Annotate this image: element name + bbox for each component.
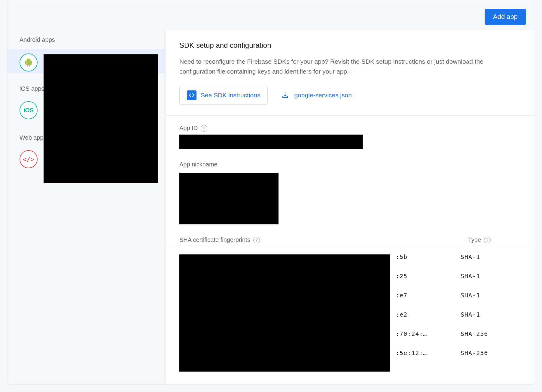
redacted-nickname-value [179,173,279,224]
redacted-sha-values [179,254,390,372]
sha-type-label: Type ? [468,236,491,243]
android-icon [24,58,33,67]
settings-card: Add app Android apps iOS apps iOS [7,0,535,384]
web-icon: </> [23,156,35,163]
sdk-instructions-label: See SDK instructions [201,92,260,99]
download-config-label: google-services.json [294,92,352,99]
nickname-label: App nickname [179,161,521,168]
sha-header: SHA certificate fingerprints ? Type ? [166,227,534,247]
content-wrapper: Android apps iOS apps iOS [8,30,534,384]
help-icon[interactable]: ? [201,125,207,132]
sha-type: SHA-256 [461,330,521,337]
app-id-label-text: App ID [179,125,198,132]
sha-label-text: SHA certificate fingerprints [179,236,250,243]
help-icon[interactable]: ? [484,237,491,243]
app-id-section: App ID ? [166,116,534,152]
sha-type: SHA-1 [461,311,521,318]
sdk-title: SDK setup and configuration [179,41,521,50]
download-icon [282,92,289,99]
web-icon-circle: </> [20,150,38,168]
sha-fingerprints-table: :5b SHA-1 :25 SHA-1 :e7 SHA-1 :e2 SHA-1 … [166,247,534,363]
redacted-app-names [44,54,158,183]
sdk-action-row: See SDK instructions google-services.jso… [179,86,521,105]
main-panel: SDK setup and configuration Need to reco… [165,30,534,384]
apps-sidebar: Android apps iOS apps iOS [8,30,165,384]
nickname-label-text: App nickname [179,161,218,168]
help-icon[interactable]: ? [253,237,260,243]
ios-icon: iOS [24,107,34,114]
redacted-app-id-value [179,135,363,149]
sha-type-label-text: Type [468,236,481,243]
nickname-section: App nickname [166,152,534,227]
download-config-link[interactable]: google-services.json [282,92,352,99]
add-app-button[interactable]: Add app [485,9,526,25]
see-sdk-instructions-button[interactable]: See SDK instructions [179,86,268,105]
app-id-label: App ID ? [179,125,521,132]
ios-icon-circle: iOS [20,101,38,119]
sha-type: SHA-1 [461,292,521,299]
sha-type: SHA-256 [461,349,521,357]
sdk-description: Need to reconfigure the Firebase SDKs fo… [179,57,521,76]
android-icon-circle [20,53,38,71]
sdk-section: SDK setup and configuration Need to reco… [166,30,534,115]
code-icon [187,90,196,100]
sha-type: SHA-1 [461,253,521,260]
android-section-label: Android apps [8,30,165,49]
sha-type: SHA-1 [461,272,521,280]
sha-label: SHA certificate fingerprints ? [179,236,260,243]
